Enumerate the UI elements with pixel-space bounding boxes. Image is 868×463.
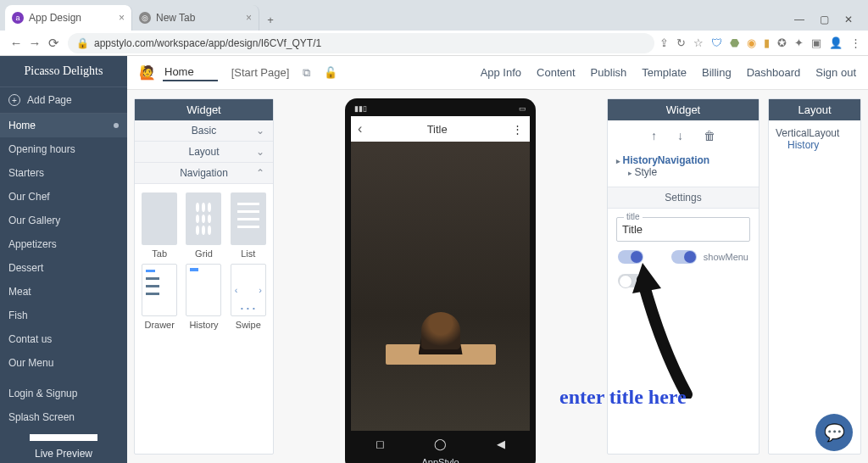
- sidebar-item[interactable]: Fish: [0, 304, 127, 327]
- tree-node[interactable]: HistoryNavigation: [616, 154, 750, 166]
- ext-icon[interactable]: ▣: [811, 36, 821, 49]
- puzzle-icon[interactable]: ✦: [794, 36, 804, 49]
- forward-button[interactable]: →: [25, 36, 44, 50]
- browser-tab-active[interactable]: a App Design ×: [5, 5, 132, 31]
- title-field[interactable]: title: [616, 217, 750, 242]
- nav-link[interactable]: Billing: [702, 66, 732, 79]
- chevron-down-icon: ⌄: [256, 146, 264, 158]
- new-tab-button[interactable]: +: [259, 8, 281, 31]
- sidebar-item[interactable]: Our Chef: [0, 185, 127, 209]
- tree-node[interactable]: Style: [616, 166, 750, 178]
- kebab-icon[interactable]: ⋮: [512, 123, 523, 136]
- widget-history[interactable]: History: [184, 264, 223, 330]
- shield-icon[interactable]: 🛡: [711, 36, 722, 49]
- live-preview-label[interactable]: Live Preview: [0, 444, 127, 463]
- move-down-icon[interactable]: ↓: [677, 129, 683, 142]
- accordion-layout[interactable]: Layout⌄: [135, 142, 273, 162]
- sidebar-item[interactable]: Meat: [0, 280, 127, 304]
- sidebar-item[interactable]: Contat us: [0, 327, 127, 351]
- phone-body[interactable]: [351, 142, 530, 431]
- ext-icon[interactable]: ✪: [777, 36, 787, 49]
- panel-title: Widget: [608, 99, 759, 120]
- ext-icon[interactable]: ⬣: [730, 36, 739, 49]
- toggle-showmenu[interactable]: [671, 250, 697, 264]
- sidebar: Picasso Delights + Add Page Home Opening…: [0, 56, 127, 463]
- signal-icon: ▮▮▯: [354, 104, 367, 116]
- nav-link[interactable]: Publish: [591, 66, 627, 79]
- move-up-icon[interactable]: ↑: [651, 129, 657, 142]
- square-icon[interactable]: ◻: [376, 438, 385, 450]
- toggle-extra[interactable]: [618, 274, 643, 287]
- tab-close-icon[interactable]: ×: [119, 12, 125, 24]
- plus-icon: +: [8, 94, 20, 106]
- widget-swipe[interactable]: ‹›• • •Swipe: [229, 264, 268, 330]
- chevron-down-icon: ⌄: [256, 125, 264, 137]
- nav-link[interactable]: App Info: [481, 66, 521, 79]
- sidebar-item-login[interactable]: Login & Signup: [0, 382, 127, 405]
- favicon: ◎: [139, 12, 151, 24]
- nav-link[interactable]: Template: [642, 66, 687, 79]
- widget-drawer[interactable]: Drawer: [140, 264, 179, 330]
- lock-icon[interactable]: 🔓: [324, 66, 337, 79]
- field-label: title: [624, 212, 643, 221]
- layout-node[interactable]: VerticalLayout: [776, 127, 854, 139]
- sidebar-item[interactable]: Appetizers: [0, 232, 127, 256]
- url-text: appstylo.com/workspace/app/design/I6CVf_…: [94, 37, 321, 49]
- chevron-up-icon: ⌃: [256, 167, 264, 179]
- layout-node[interactable]: History: [776, 139, 854, 151]
- person-icon: 🙋: [139, 64, 156, 81]
- chat-bubble-button[interactable]: 💬: [815, 414, 853, 451]
- profile-icon[interactable]: 👤: [829, 36, 843, 49]
- phone-header: ‹ Title ⋮: [351, 116, 530, 142]
- browser-tab-inactive[interactable]: ◎ New Tab ×: [132, 5, 259, 31]
- sidebar-item[interactable]: Our Gallery: [0, 209, 127, 232]
- current-page-name: Home: [163, 64, 218, 81]
- ext-icon[interactable]: ▮: [764, 36, 770, 49]
- circle-icon[interactable]: ◯: [434, 438, 447, 450]
- menu-icon[interactable]: ⋮: [850, 36, 861, 49]
- copy-icon[interactable]: ⧉: [303, 66, 310, 80]
- sidebar-item[interactable]: Starters: [0, 161, 127, 185]
- toggle-label: showMenu: [704, 252, 748, 262]
- back-button[interactable]: ←: [7, 36, 25, 50]
- sidebar-item-splash[interactable]: Splash Screen: [0, 405, 127, 429]
- maximize-icon[interactable]: ▢: [820, 14, 829, 25]
- widget-list[interactable]: List: [229, 192, 268, 259]
- sidebar-item[interactable]: Our Menu: [0, 351, 127, 375]
- ext-icon[interactable]: ↻: [676, 36, 686, 49]
- panel-title: Layout: [769, 99, 860, 120]
- ext-icon[interactable]: ⇪: [659, 36, 669, 49]
- minimize-icon[interactable]: —: [794, 14, 804, 25]
- address-bar[interactable]: 🔒 appstylo.com/workspace/app/design/I6CV…: [68, 33, 654, 53]
- page-selector[interactable]: 🙋 Home: [139, 64, 218, 81]
- lock-icon: 🔒: [76, 37, 89, 49]
- ext-icon[interactable]: ◉: [747, 36, 756, 49]
- annotation-text: enter title here: [559, 386, 687, 409]
- phone-brand: AppStylo: [351, 456, 530, 463]
- title-input[interactable]: [622, 223, 744, 236]
- widget-tab[interactable]: Tab: [140, 192, 179, 259]
- star-icon[interactable]: ☆: [693, 36, 704, 49]
- close-window-icon[interactable]: ✕: [844, 14, 853, 25]
- accordion-basic[interactable]: Basic⌄: [135, 120, 273, 141]
- accordion-navigation[interactable]: Navigation⌃: [135, 163, 273, 183]
- sidebar-item[interactable]: Opening hours: [0, 137, 127, 161]
- widget-grid[interactable]: Grid: [184, 192, 223, 259]
- phone-title: Title: [362, 123, 512, 136]
- toggle-showback[interactable]: [618, 250, 643, 264]
- nav-link[interactable]: Dashboard: [747, 66, 801, 79]
- add-page-button[interactable]: + Add Page: [0, 86, 127, 114]
- tab-close-icon[interactable]: ×: [246, 12, 252, 24]
- tab-title: App Design: [29, 12, 81, 24]
- nav-link[interactable]: Sign out: [815, 66, 856, 79]
- sidebar-item-home[interactable]: Home: [0, 114, 127, 137]
- start-page-label: [Start Page]: [231, 66, 290, 79]
- tab-title: New Tab: [156, 12, 195, 24]
- triangle-icon[interactable]: ◀: [497, 438, 505, 450]
- nav-link[interactable]: Content: [537, 66, 576, 79]
- sidebar-item[interactable]: Dessert: [0, 256, 127, 280]
- top-links: App Info Content Publish Template Billin…: [481, 66, 856, 79]
- trash-icon[interactable]: 🗑: [704, 129, 715, 142]
- reload-button[interactable]: ⟳: [44, 36, 63, 51]
- app-title: Picasso Delights: [0, 56, 127, 86]
